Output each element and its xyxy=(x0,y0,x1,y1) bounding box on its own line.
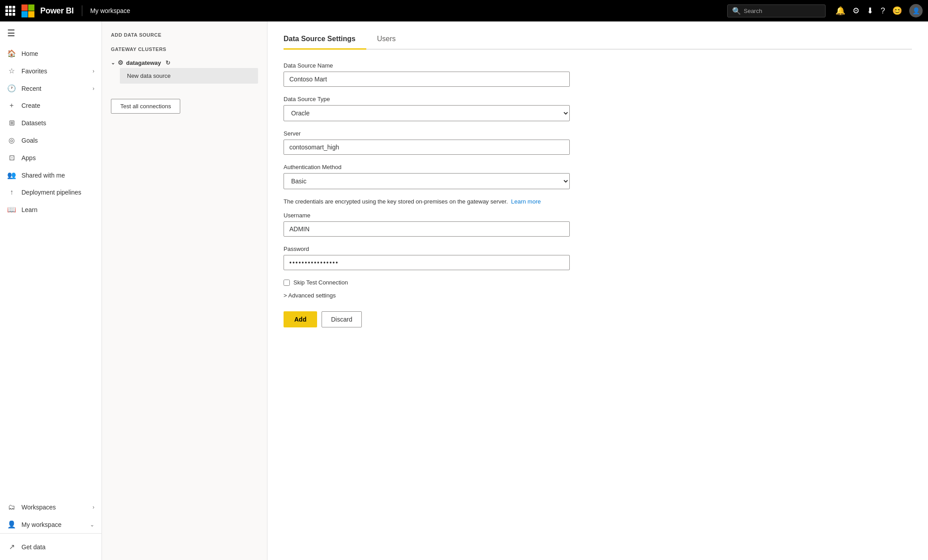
favorites-icon: ☆ xyxy=(7,67,16,75)
gateway-section: GATEWAY CLUSTERS ⌄ ⚙ datagateway ↻ New d… xyxy=(111,47,258,84)
avatar-icon: 👤 xyxy=(912,7,920,14)
gateway-icon: ⚙ xyxy=(118,59,123,66)
apps-icon: ⊡ xyxy=(7,153,16,162)
search-input[interactable] xyxy=(744,8,821,14)
new-datasource-item[interactable]: New data source xyxy=(120,68,258,84)
help-icon[interactable]: ? xyxy=(881,6,885,16)
test-all-connections-button[interactable]: Test all connections xyxy=(111,99,180,114)
settings-icon[interactable]: ⚙ xyxy=(852,6,860,16)
chevron-right-icon: › xyxy=(93,68,94,74)
avatar[interactable]: 👤 xyxy=(909,4,923,17)
sidebar-item-datasets[interactable]: ⊞ Datasets xyxy=(0,114,102,132)
sidebar-label-recent: Recent xyxy=(21,85,41,92)
sidebar-item-deployment[interactable]: ↑ Deployment pipelines xyxy=(0,184,102,201)
add-button[interactable]: Add xyxy=(284,311,317,327)
brand-name: Power BI xyxy=(40,6,74,16)
tabs: Data Source Settings Users xyxy=(284,30,912,50)
nav-divider xyxy=(82,5,82,16)
workspace-name: My workspace xyxy=(90,7,130,14)
sidebar-label-getdata: Get data xyxy=(21,543,46,551)
download-icon[interactable]: ⬇ xyxy=(867,6,873,16)
server-label: Server xyxy=(284,130,912,137)
sidebar-item-favorites[interactable]: ☆ Favorites › xyxy=(0,62,102,80)
server-input[interactable] xyxy=(284,140,570,155)
home-icon: 🏠 xyxy=(7,49,16,58)
tab-users[interactable]: Users xyxy=(366,30,407,50)
sidebar-label-workspaces: Workspaces xyxy=(21,504,56,511)
learn-icon: 📖 xyxy=(7,205,16,214)
sidebar-item-home[interactable]: 🏠 Home xyxy=(0,45,102,62)
sidebar-item-create[interactable]: + Create xyxy=(0,97,102,114)
gateway-refresh-icon[interactable]: ↻ xyxy=(165,59,170,66)
password-input[interactable] xyxy=(284,255,570,270)
search-icon: 🔍 xyxy=(732,7,741,15)
auth-method-select[interactable]: Basic OAuth2 Windows xyxy=(284,173,570,189)
credentials-note: The credentials are encrypted using the … xyxy=(284,198,570,205)
chevron-down-myworkspace-icon: ⌄ xyxy=(90,522,94,528)
myworkspace-icon: 👤 xyxy=(7,520,16,529)
sidebar: ☰ 🏠 Home ☆ Favorites › 🕐 Recent › + Crea… xyxy=(0,21,102,560)
sidebar-label-goals: Goals xyxy=(21,137,38,144)
auth-method-label: Authentication Method xyxy=(284,164,912,170)
microsoft-logo xyxy=(21,4,34,17)
username-input[interactable] xyxy=(284,221,570,237)
sidebar-label-shared: Shared with me xyxy=(21,172,65,179)
right-panel: Data Source Settings Users Data Source N… xyxy=(267,21,928,560)
chevron-right-workspaces-icon: › xyxy=(93,504,94,510)
sidebar-label-deployment: Deployment pipelines xyxy=(21,189,81,196)
feedback-icon[interactable]: 😊 xyxy=(892,6,902,16)
sidebar-item-apps[interactable]: ⊡ Apps xyxy=(0,149,102,166)
left-panel: ADD DATA SOURCE GATEWAY CLUSTERS ⌄ ⚙ dat… xyxy=(102,21,267,560)
chevron-right-icon: › xyxy=(93,85,94,92)
sidebar-item-workspaces[interactable]: 🗂 Workspaces › xyxy=(0,499,102,516)
sidebar-toggle[interactable]: ☰ xyxy=(0,21,102,45)
sidebar-item-getdata[interactable]: ↗ Get data xyxy=(0,538,102,556)
sidebar-label-create: Create xyxy=(21,102,40,109)
topnav: Power BI My workspace 🔍 🔔 ⚙ ⬇ ? 😊 👤 xyxy=(0,0,928,21)
sidebar-item-goals[interactable]: ◎ Goals xyxy=(0,132,102,149)
recent-icon: 🕐 xyxy=(7,84,16,93)
gateway-name: datagateway xyxy=(126,59,161,66)
sidebar-item-shared[interactable]: 👥 Shared with me xyxy=(0,166,102,184)
sidebar-item-recent[interactable]: 🕐 Recent › xyxy=(0,80,102,97)
action-buttons: Add Discard xyxy=(284,311,912,327)
waffle-menu[interactable] xyxy=(5,6,15,16)
datasource-type-select[interactable]: Oracle SQL Server MySQL xyxy=(284,105,570,121)
skip-test-group: Skip Test Connection xyxy=(284,279,912,286)
sidebar-label-home: Home xyxy=(21,50,38,57)
learn-more-link[interactable]: Learn more xyxy=(511,198,541,205)
content-area: ADD DATA SOURCE GATEWAY CLUSTERS ⌄ ⚙ dat… xyxy=(102,21,928,560)
sidebar-label-favorites: Favorites xyxy=(21,68,47,75)
datasource-type-label: Data Source Type xyxy=(284,96,912,102)
notification-icon[interactable]: 🔔 xyxy=(835,6,845,16)
create-icon: + xyxy=(7,102,16,110)
datasource-name-input[interactable] xyxy=(284,72,570,87)
sidebar-item-myworkspace[interactable]: 👤 My workspace ⌄ xyxy=(0,516,102,533)
sidebar-item-learn[interactable]: 📖 Learn xyxy=(0,201,102,218)
workspaces-icon: 🗂 xyxy=(7,503,16,511)
topnav-icons: 🔔 ⚙ ⬇ ? 😊 👤 xyxy=(835,4,923,17)
sidebar-label-myworkspace: My workspace xyxy=(21,521,61,528)
skip-test-label[interactable]: Skip Test Connection xyxy=(293,279,348,286)
discard-button[interactable]: Discard xyxy=(322,311,361,327)
auth-method-group: Authentication Method Basic OAuth2 Windo… xyxy=(284,164,912,189)
datasource-type-group: Data Source Type Oracle SQL Server MySQL xyxy=(284,96,912,121)
tab-data-source-settings[interactable]: Data Source Settings xyxy=(284,30,366,50)
skip-test-checkbox[interactable] xyxy=(284,280,290,286)
gateway-clusters-label: GATEWAY CLUSTERS xyxy=(111,47,258,52)
gateway-header[interactable]: ⌄ ⚙ datagateway ↻ xyxy=(111,59,258,66)
deployment-icon: ↑ xyxy=(7,188,16,196)
datasource-name-label: Data Source Name xyxy=(284,62,912,69)
datasets-icon: ⊞ xyxy=(7,119,16,127)
sidebar-label-learn: Learn xyxy=(21,206,38,213)
username-group: Username xyxy=(284,212,912,237)
password-group: Password xyxy=(284,246,912,270)
add-datasource-label: ADD DATA SOURCE xyxy=(111,32,258,38)
sidebar-label-datasets: Datasets xyxy=(21,119,46,127)
advanced-settings-link[interactable]: > Advanced settings xyxy=(284,292,912,299)
shared-icon: 👥 xyxy=(7,171,16,179)
server-group: Server xyxy=(284,130,912,155)
goals-icon: ◎ xyxy=(7,136,16,144)
chevron-down-gateway-icon: ⌄ xyxy=(111,60,115,66)
search-box[interactable]: 🔍 xyxy=(727,4,826,17)
